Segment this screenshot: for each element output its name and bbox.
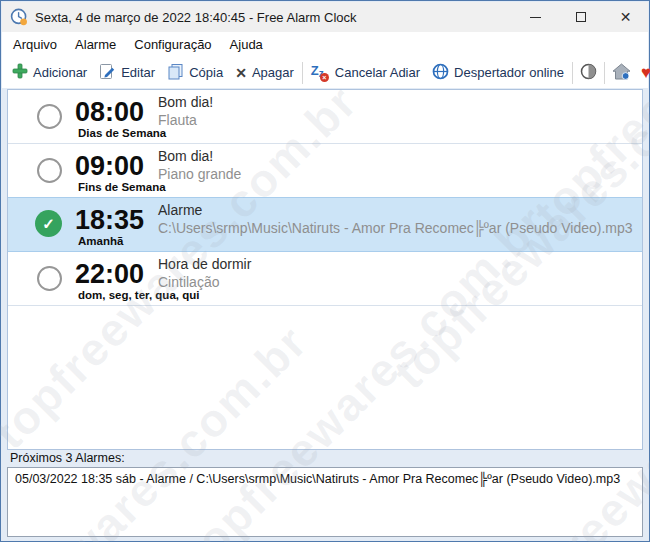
- alarm-title: Bom dia!: [158, 148, 213, 164]
- homepage-button[interactable]: [607, 60, 636, 86]
- menu-alarme[interactable]: Alarme: [66, 34, 125, 55]
- minimize-button[interactable]: [513, 2, 558, 32]
- alarm-title: Alarme: [158, 202, 202, 218]
- alarm-time: 22:00: [75, 259, 144, 290]
- delete-alarm-label: Apagar: [252, 65, 294, 80]
- copy-alarm-label: Cópia: [189, 65, 223, 80]
- plus-icon: [12, 63, 28, 82]
- alarm-sound-path: C:\Users\srmp\Music\Natiruts - Amor Pra …: [158, 220, 633, 236]
- heart-icon: ♥: [641, 64, 650, 81]
- maximize-icon: [576, 12, 586, 22]
- copy-alarm-button[interactable]: Cópia: [161, 60, 229, 86]
- alarm-days: Dias de Semana: [78, 127, 166, 139]
- toolbar-separator: [572, 62, 573, 84]
- minimize-icon: [530, 17, 541, 18]
- toolbar: Adicionar Editar Cópia ✕ Apagar: [2, 57, 648, 88]
- add-alarm-button[interactable]: Adicionar: [6, 60, 93, 86]
- toolbar-separator: [604, 62, 605, 84]
- window-controls: ✕: [513, 2, 648, 32]
- app-clock-icon: [10, 8, 28, 26]
- maximize-button[interactable]: [558, 2, 603, 32]
- alarm-row-1835-selected[interactable]: ✓ 18:35 Alarme C:\Users\srmp\Music\Natir…: [8, 198, 642, 252]
- delete-alarm-button[interactable]: ✕ Apagar: [229, 60, 300, 86]
- edit-pencil-icon: [99, 63, 116, 83]
- add-alarm-label: Adicionar: [33, 65, 87, 80]
- edit-alarm-label: Editar: [121, 65, 155, 80]
- alarm-title: Hora de dormir: [158, 256, 251, 272]
- alarm-enabled-checkbox[interactable]: [37, 104, 62, 129]
- alarm-sound: Cintilação: [158, 274, 219, 290]
- alarm-row-0900[interactable]: 09:00 Bom dia! Piano grande Fins de Sema…: [8, 144, 642, 198]
- globe-icon: [432, 63, 449, 83]
- next-alarms-textbox[interactable]: 05/03/2022 18:35 sáb - Alarme / C:\Users…: [7, 467, 643, 537]
- alarm-days: Amanhã: [78, 235, 123, 247]
- alarm-time: 08:00: [75, 97, 144, 128]
- contrast-theme-button[interactable]: [575, 60, 602, 86]
- menu-bar: Arquivo Alarme Configuração Ajuda: [2, 32, 648, 57]
- alarm-enabled-check-icon[interactable]: ✓: [35, 210, 62, 237]
- alarm-sound: Piano grande: [158, 166, 241, 182]
- alarm-row-0800[interactable]: 08:00 Bom dia! Flauta Dias de Semana: [8, 90, 642, 144]
- close-button[interactable]: ✕: [603, 2, 648, 32]
- next-alarms-label: Próximos 3 Alarmes:: [10, 451, 125, 465]
- toolbar-separator: [302, 62, 303, 84]
- alarm-time: 18:35: [75, 205, 144, 236]
- alarm-sound: Flauta: [158, 112, 197, 128]
- copy-icon: [167, 63, 184, 83]
- cancel-snooze-label: Cancelar Adiar: [335, 65, 420, 80]
- next-alarm-entry: 05/03/2022 18:35 sáb - Alarme / C:\Users…: [15, 472, 620, 486]
- menu-ajuda[interactable]: Ajuda: [221, 34, 272, 55]
- contrast-icon: [580, 63, 597, 83]
- online-alarm-button[interactable]: Despertador online: [426, 60, 570, 86]
- donate-button[interactable]: ♥: [636, 60, 650, 86]
- alarm-title: Bom dia!: [158, 94, 213, 110]
- alarm-enabled-checkbox[interactable]: [37, 158, 62, 183]
- window-title: Sexta, 4 de março de 2022 18:40:45 - Fre…: [35, 10, 357, 25]
- alarm-time: 09:00: [75, 151, 144, 182]
- home-globe-icon: [612, 63, 631, 83]
- menu-configuracao[interactable]: Configuração: [125, 34, 220, 55]
- title-bar: Sexta, 4 de março de 2022 18:40:45 - Fre…: [2, 2, 648, 32]
- cancel-snooze-button[interactable]: Z z × Cancelar Adiar: [305, 60, 426, 86]
- snooze-zz-icon: Z z ×: [311, 64, 330, 82]
- close-icon: ✕: [620, 10, 632, 24]
- alarm-enabled-checkbox[interactable]: [37, 266, 62, 291]
- online-alarm-label: Despertador online: [454, 65, 564, 80]
- alarm-list: 08:00 Bom dia! Flauta Dias de Semana 09:…: [7, 89, 643, 450]
- edit-alarm-button[interactable]: Editar: [93, 60, 161, 86]
- alarm-days: Fins de Semana: [78, 181, 166, 193]
- alarm-days: dom, seg, ter, qua, qui: [78, 289, 199, 301]
- alarm-row-2200[interactable]: 22:00 Hora de dormir Cintilação dom, seg…: [8, 252, 642, 306]
- menu-arquivo[interactable]: Arquivo: [4, 34, 66, 55]
- delete-x-icon: ✕: [235, 66, 247, 80]
- free-alarm-clock-window: Sexta, 4 de março de 2022 18:40:45 - Fre…: [0, 0, 650, 542]
